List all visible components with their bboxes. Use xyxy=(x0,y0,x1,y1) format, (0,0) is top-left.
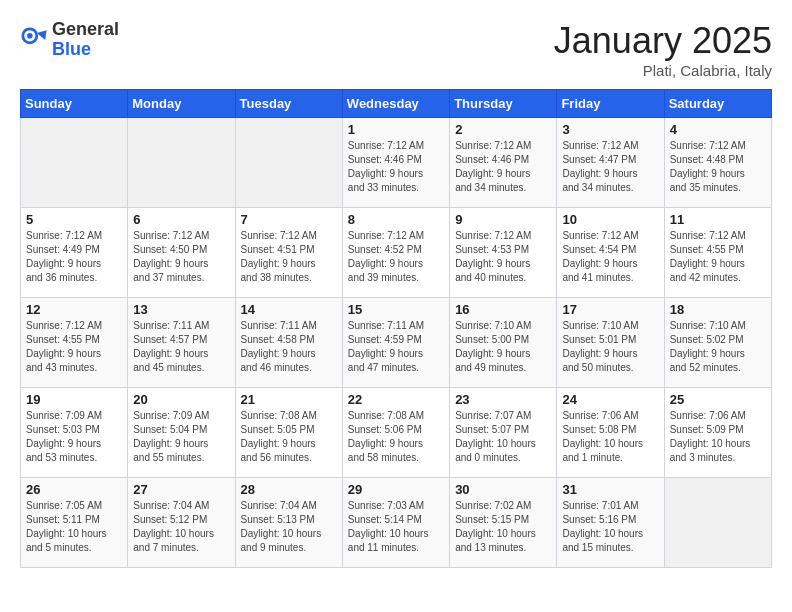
day-number: 8 xyxy=(348,212,444,227)
calendar-cell: 7Sunrise: 7:12 AM Sunset: 4:51 PM Daylig… xyxy=(235,208,342,298)
day-info: Sunrise: 7:06 AM Sunset: 5:09 PM Dayligh… xyxy=(670,409,766,465)
calendar-cell: 5Sunrise: 7:12 AM Sunset: 4:49 PM Daylig… xyxy=(21,208,128,298)
calendar-cell: 2Sunrise: 7:12 AM Sunset: 4:46 PM Daylig… xyxy=(450,118,557,208)
header-cell-thursday: Thursday xyxy=(450,90,557,118)
calendar-cell: 9Sunrise: 7:12 AM Sunset: 4:53 PM Daylig… xyxy=(450,208,557,298)
calendar-cell: 31Sunrise: 7:01 AM Sunset: 5:16 PM Dayli… xyxy=(557,478,664,568)
header-cell-tuesday: Tuesday xyxy=(235,90,342,118)
day-number: 22 xyxy=(348,392,444,407)
day-info: Sunrise: 7:05 AM Sunset: 5:11 PM Dayligh… xyxy=(26,499,122,555)
calendar-cell xyxy=(21,118,128,208)
header-cell-monday: Monday xyxy=(128,90,235,118)
calendar-cell: 1Sunrise: 7:12 AM Sunset: 4:46 PM Daylig… xyxy=(342,118,449,208)
logo-text: General Blue xyxy=(52,20,119,60)
logo-blue: Blue xyxy=(52,40,119,60)
day-info: Sunrise: 7:02 AM Sunset: 5:15 PM Dayligh… xyxy=(455,499,551,555)
day-info: Sunrise: 7:04 AM Sunset: 5:12 PM Dayligh… xyxy=(133,499,229,555)
calendar-cell xyxy=(235,118,342,208)
calendar-cell: 17Sunrise: 7:10 AM Sunset: 5:01 PM Dayli… xyxy=(557,298,664,388)
calendar-row: 19Sunrise: 7:09 AM Sunset: 5:03 PM Dayli… xyxy=(21,388,772,478)
calendar-subtitle: Plati, Calabria, Italy xyxy=(554,62,772,79)
calendar-cell: 24Sunrise: 7:06 AM Sunset: 5:08 PM Dayli… xyxy=(557,388,664,478)
calendar-row: 26Sunrise: 7:05 AM Sunset: 5:11 PM Dayli… xyxy=(21,478,772,568)
svg-point-2 xyxy=(27,33,33,39)
day-info: Sunrise: 7:06 AM Sunset: 5:08 PM Dayligh… xyxy=(562,409,658,465)
day-number: 20 xyxy=(133,392,229,407)
day-number: 16 xyxy=(455,302,551,317)
calendar-cell: 8Sunrise: 7:12 AM Sunset: 4:52 PM Daylig… xyxy=(342,208,449,298)
day-number: 10 xyxy=(562,212,658,227)
header-cell-friday: Friday xyxy=(557,90,664,118)
day-info: Sunrise: 7:12 AM Sunset: 4:53 PM Dayligh… xyxy=(455,229,551,285)
day-number: 18 xyxy=(670,302,766,317)
calendar-cell: 26Sunrise: 7:05 AM Sunset: 5:11 PM Dayli… xyxy=(21,478,128,568)
calendar-cell: 25Sunrise: 7:06 AM Sunset: 5:09 PM Dayli… xyxy=(664,388,771,478)
day-number: 31 xyxy=(562,482,658,497)
day-info: Sunrise: 7:11 AM Sunset: 4:58 PM Dayligh… xyxy=(241,319,337,375)
calendar-row: 1Sunrise: 7:12 AM Sunset: 4:46 PM Daylig… xyxy=(21,118,772,208)
calendar-cell: 15Sunrise: 7:11 AM Sunset: 4:59 PM Dayli… xyxy=(342,298,449,388)
day-info: Sunrise: 7:11 AM Sunset: 4:57 PM Dayligh… xyxy=(133,319,229,375)
day-number: 3 xyxy=(562,122,658,137)
calendar-body: 1Sunrise: 7:12 AM Sunset: 4:46 PM Daylig… xyxy=(21,118,772,568)
calendar-cell: 22Sunrise: 7:08 AM Sunset: 5:06 PM Dayli… xyxy=(342,388,449,478)
calendar-cell: 12Sunrise: 7:12 AM Sunset: 4:55 PM Dayli… xyxy=(21,298,128,388)
calendar-cell: 20Sunrise: 7:09 AM Sunset: 5:04 PM Dayli… xyxy=(128,388,235,478)
day-number: 7 xyxy=(241,212,337,227)
calendar-cell: 6Sunrise: 7:12 AM Sunset: 4:50 PM Daylig… xyxy=(128,208,235,298)
day-number: 28 xyxy=(241,482,337,497)
day-info: Sunrise: 7:08 AM Sunset: 5:06 PM Dayligh… xyxy=(348,409,444,465)
calendar-row: 12Sunrise: 7:12 AM Sunset: 4:55 PM Dayli… xyxy=(21,298,772,388)
day-info: Sunrise: 7:04 AM Sunset: 5:13 PM Dayligh… xyxy=(241,499,337,555)
day-number: 5 xyxy=(26,212,122,227)
day-info: Sunrise: 7:12 AM Sunset: 4:55 PM Dayligh… xyxy=(26,319,122,375)
day-number: 2 xyxy=(455,122,551,137)
title-block: January 2025 Plati, Calabria, Italy xyxy=(554,20,772,79)
day-number: 9 xyxy=(455,212,551,227)
day-info: Sunrise: 7:10 AM Sunset: 5:00 PM Dayligh… xyxy=(455,319,551,375)
svg-marker-3 xyxy=(37,30,47,40)
page-header: General Blue January 2025 Plati, Calabri… xyxy=(20,20,772,79)
day-info: Sunrise: 7:08 AM Sunset: 5:05 PM Dayligh… xyxy=(241,409,337,465)
day-number: 19 xyxy=(26,392,122,407)
day-number: 4 xyxy=(670,122,766,137)
day-number: 6 xyxy=(133,212,229,227)
day-number: 12 xyxy=(26,302,122,317)
calendar-cell: 23Sunrise: 7:07 AM Sunset: 5:07 PM Dayli… xyxy=(450,388,557,478)
calendar-cell: 4Sunrise: 7:12 AM Sunset: 4:48 PM Daylig… xyxy=(664,118,771,208)
calendar-cell: 11Sunrise: 7:12 AM Sunset: 4:55 PM Dayli… xyxy=(664,208,771,298)
header-row: SundayMondayTuesdayWednesdayThursdayFrid… xyxy=(21,90,772,118)
calendar-cell xyxy=(664,478,771,568)
logo-icon xyxy=(20,26,48,54)
day-info: Sunrise: 7:10 AM Sunset: 5:01 PM Dayligh… xyxy=(562,319,658,375)
day-info: Sunrise: 7:12 AM Sunset: 4:49 PM Dayligh… xyxy=(26,229,122,285)
header-cell-wednesday: Wednesday xyxy=(342,90,449,118)
calendar-cell: 3Sunrise: 7:12 AM Sunset: 4:47 PM Daylig… xyxy=(557,118,664,208)
header-cell-saturday: Saturday xyxy=(664,90,771,118)
day-info: Sunrise: 7:12 AM Sunset: 4:46 PM Dayligh… xyxy=(455,139,551,195)
day-number: 23 xyxy=(455,392,551,407)
day-number: 26 xyxy=(26,482,122,497)
day-info: Sunrise: 7:12 AM Sunset: 4:47 PM Dayligh… xyxy=(562,139,658,195)
calendar-cell: 28Sunrise: 7:04 AM Sunset: 5:13 PM Dayli… xyxy=(235,478,342,568)
day-info: Sunrise: 7:12 AM Sunset: 4:52 PM Dayligh… xyxy=(348,229,444,285)
day-info: Sunrise: 7:12 AM Sunset: 4:54 PM Dayligh… xyxy=(562,229,658,285)
calendar-cell: 21Sunrise: 7:08 AM Sunset: 5:05 PM Dayli… xyxy=(235,388,342,478)
day-number: 15 xyxy=(348,302,444,317)
day-info: Sunrise: 7:09 AM Sunset: 5:04 PM Dayligh… xyxy=(133,409,229,465)
day-number: 17 xyxy=(562,302,658,317)
calendar-cell: 19Sunrise: 7:09 AM Sunset: 5:03 PM Dayli… xyxy=(21,388,128,478)
day-number: 24 xyxy=(562,392,658,407)
day-info: Sunrise: 7:12 AM Sunset: 4:55 PM Dayligh… xyxy=(670,229,766,285)
day-number: 27 xyxy=(133,482,229,497)
calendar-cell: 14Sunrise: 7:11 AM Sunset: 4:58 PM Dayli… xyxy=(235,298,342,388)
day-info: Sunrise: 7:12 AM Sunset: 4:51 PM Dayligh… xyxy=(241,229,337,285)
calendar-cell: 29Sunrise: 7:03 AM Sunset: 5:14 PM Dayli… xyxy=(342,478,449,568)
calendar-header: SundayMondayTuesdayWednesdayThursdayFrid… xyxy=(21,90,772,118)
day-info: Sunrise: 7:10 AM Sunset: 5:02 PM Dayligh… xyxy=(670,319,766,375)
calendar-cell: 27Sunrise: 7:04 AM Sunset: 5:12 PM Dayli… xyxy=(128,478,235,568)
day-number: 30 xyxy=(455,482,551,497)
day-number: 25 xyxy=(670,392,766,407)
calendar-table: SundayMondayTuesdayWednesdayThursdayFrid… xyxy=(20,89,772,568)
day-info: Sunrise: 7:09 AM Sunset: 5:03 PM Dayligh… xyxy=(26,409,122,465)
